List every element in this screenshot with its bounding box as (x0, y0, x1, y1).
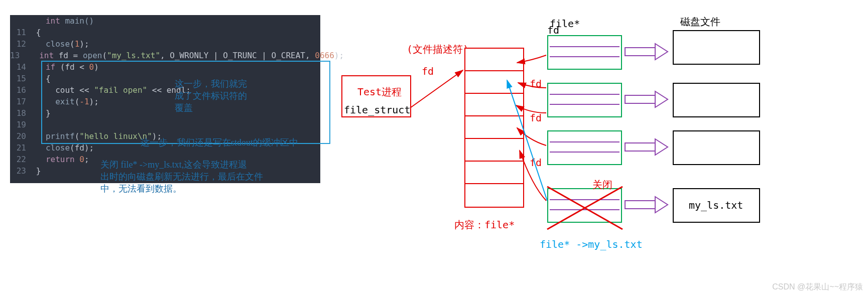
annotation-1: 这一步，我们就完 成了文件标识符的 覆盖 (175, 78, 247, 114)
ln-16: 16 (10, 84, 31, 96)
ln-22: 22 (10, 154, 31, 165)
fn-main: main() (60, 16, 94, 26)
fd-cell-0 (464, 48, 524, 72)
annotation-1-l1: 这一步，我们就完 (175, 78, 247, 90)
ln-21: 21 (10, 142, 31, 154)
ln-12: 12 (10, 38, 31, 50)
svg-rect-4 (625, 48, 655, 56)
disk-file-header: 磁盘文件 (680, 15, 720, 29)
kw-return: return (46, 155, 75, 164)
ln-18: 18 (10, 107, 31, 119)
brace4: } (36, 166, 41, 176)
fd-label-top: fd (547, 24, 559, 36)
annotation-3-l2: 出时的向磁盘刷新无法进行，最后在文件 (100, 171, 263, 183)
ln-11: 11 (10, 27, 31, 38)
file-ptr-txt: file* ->my_ls.txt (540, 238, 643, 250)
fn-printf: printf (46, 131, 75, 141)
cout: cout << (55, 85, 94, 95)
fn-close: close (46, 39, 70, 49)
brace2: { (46, 74, 51, 83)
fd-cell-6 (464, 183, 524, 208)
file-struct-box-2 (547, 130, 622, 165)
ln-19: 19 (10, 119, 31, 130)
watermark: CSDN @花果山~~程序猿 (772, 282, 863, 292)
num-0: 0 (89, 62, 94, 72)
ln-14: 14 (10, 61, 31, 73)
fn-exit: exit (55, 97, 75, 106)
ln-20: 20 (10, 130, 31, 142)
fd-cell-2 (464, 93, 524, 117)
disk-file-box-2 (673, 130, 760, 165)
fn-close2: close (46, 143, 70, 153)
cond: (fd < (55, 62, 89, 72)
test-process-label: Test进程 (357, 85, 402, 99)
fd-cell-1 (464, 70, 524, 95)
close-arg: (fd); (70, 143, 94, 153)
cond-close: ) (94, 62, 99, 72)
brace3: } (46, 108, 51, 118)
svg-line-2 (410, 70, 463, 108)
disk-file-box-0 (673, 30, 760, 65)
disk-file-box-1 (673, 83, 760, 117)
annotation-3-l1: 关闭 file* ->my_ls.txt,这会导致进程退 (100, 159, 263, 171)
brace: { (36, 28, 41, 37)
ln-23: 23 (10, 165, 31, 177)
fd-label-1: fd (422, 65, 434, 77)
file-struct-box-0 (547, 35, 622, 70)
num-1: 1 (75, 39, 80, 49)
svg-rect-6 (625, 143, 655, 151)
file-diagram: file* 磁盘文件 (文件描述符) fd Test进程 file_struct… (331, 0, 863, 281)
flags: , O_WRONLY | O_TRUNC | O_CREAT, (160, 51, 315, 60)
fd-cell-3 (464, 115, 524, 140)
content-file-star: 内容：file* (454, 218, 515, 232)
fd-label-4: fd (530, 157, 542, 169)
str-file: "my_ls.txt" (107, 51, 160, 60)
annotation-3-l3: 中，无法看到数据。 (100, 183, 263, 195)
fd-label-2: fd (530, 78, 542, 90)
file-struct-box-1 (547, 83, 622, 117)
annotation-1-l3: 覆盖 (175, 102, 247, 114)
svg-rect-5 (625, 95, 655, 103)
str-fail: "fail open" (94, 85, 147, 95)
kw-int: int (46, 16, 60, 26)
ln-17: 17 (10, 96, 31, 107)
kw-int2: int (39, 51, 54, 60)
my-ls-txt: my_ls.txt (689, 199, 743, 211)
ln-15: 15 (10, 73, 31, 84)
code-panel: int main() 11 { 12 close(1); 13 int fd =… (10, 15, 320, 183)
num-ret: 0 (79, 155, 84, 164)
ln-13: 13 (10, 50, 25, 61)
fn-open: open (83, 51, 102, 60)
fd-desc-label: (文件描述符) (407, 43, 469, 56)
num-neg1: -1 (79, 97, 89, 106)
fd-label-3: fd (530, 112, 542, 124)
file-struct-label: file_struct (344, 104, 410, 116)
close-x-mark (545, 182, 630, 237)
fd-cell-4 (464, 138, 524, 163)
fd-cell-5 (464, 161, 524, 185)
disk-file-box-3: my_ls.txt (673, 188, 760, 223)
annotation-3: 关闭 file* ->my_ls.txt,这会导致进程退 出时的向磁盘刷新无法进… (100, 159, 263, 195)
annotation-1-l2: 成了文件标识符的 (175, 90, 247, 102)
assign: fd = (54, 51, 83, 60)
annotation-2: 这一步，我们还是写在stdout的缓冲区中 (141, 136, 298, 149)
kw-if: if (46, 62, 55, 72)
